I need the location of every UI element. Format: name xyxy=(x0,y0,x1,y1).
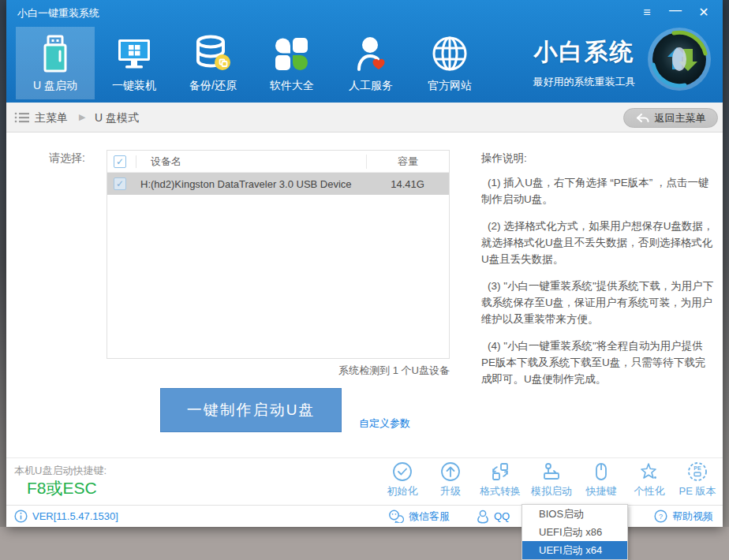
brand-name: 小白系统 xyxy=(523,36,645,69)
row-checkbox[interactable]: ✓ xyxy=(114,177,126,190)
tool-label: 模拟启动 xyxy=(531,484,572,498)
version-text: VER[11.5.47.1530] xyxy=(32,510,118,522)
column-capacity: 容量 xyxy=(366,155,449,169)
usb-toolbar: 初始化 升级 格式转换 xyxy=(383,461,716,498)
tool-pe-version[interactable]: PE PE 版本 xyxy=(679,461,716,498)
select-all-checkbox[interactable]: ✓ xyxy=(114,155,126,168)
upgrade-arrow-icon xyxy=(440,461,461,482)
app-window: 小白一键重装系统 ≡ — ✕ xyxy=(6,0,723,527)
desktop-edge-right xyxy=(723,0,729,527)
tool-simulate-boot[interactable]: 模拟启动 xyxy=(531,461,572,498)
breadcrumb: 主菜单 ▶ U 盘模式 返回主菜单 xyxy=(6,103,723,133)
pe-version-icon: PE xyxy=(687,461,708,482)
boot-mode-menu: BIOS启动 UEFI启动 x86 UEFI启动 x64 xyxy=(522,504,628,560)
menu-item-uefi-x64[interactable]: UEFI启动 x64 xyxy=(522,541,627,559)
nav-item-one-key-install[interactable]: 一键装机 xyxy=(95,27,174,99)
nav-label: 软件大全 xyxy=(270,79,314,93)
instruction-step: (2) 选择格式化方式，如果用户想保存U盘数据，就选择格式化U盘且不丢失数据，否… xyxy=(481,218,715,267)
tool-label: 快捷键 xyxy=(586,484,617,498)
joystick-icon xyxy=(541,461,562,482)
instructions-title: 操作说明: xyxy=(481,150,715,166)
tool-label: 升级 xyxy=(440,484,461,498)
minimize-icon[interactable]: — xyxy=(667,5,683,21)
back-button-label: 返回主菜单 xyxy=(655,111,706,125)
breadcrumb-current: U 盘模式 xyxy=(95,111,139,125)
window-title: 小白一键重装系统 xyxy=(17,6,99,21)
tool-upgrade[interactable]: 升级 xyxy=(432,461,469,498)
main-nav: U 盘启动 xyxy=(16,27,489,99)
wechat-support-link[interactable]: 微信客服 xyxy=(388,506,450,527)
instruction-step: (1) 插入U盘，右下角选择 “PE版本” ，点击一键制作启动U盘。 xyxy=(481,174,715,207)
instructions-panel: 操作说明: (1) 插入U盘，右下角选择 “PE版本” ，点击一键制作启动U盘。… xyxy=(481,150,715,398)
help-video-link[interactable]: ? 帮助视频 xyxy=(654,506,713,527)
menu-item-uefi-x86[interactable]: UEFI启动 x86 xyxy=(522,523,627,541)
tool-label: PE 版本 xyxy=(679,484,716,498)
instruction-step: (3) "小白一键重装系统"提供系统下载，为用户下载系统保存至U盘，保证用户有系… xyxy=(481,278,715,327)
tool-hotkey[interactable]: 快捷键 xyxy=(582,461,620,498)
nav-item-support[interactable]: 人工服务 xyxy=(331,27,410,99)
instruction-step: (4) "小白一键重装系统"将全程自动为用户提供PE版本下载及系统下载至U盘，只… xyxy=(481,338,715,387)
brand-tagline: 最好用的系统重装工具 xyxy=(523,75,645,89)
mouse-icon xyxy=(591,461,611,482)
tool-label: 格式转换 xyxy=(480,484,521,498)
tool-format-convert[interactable]: 格式转换 xyxy=(480,461,521,498)
nav-label: 人工服务 xyxy=(349,79,393,93)
nav-label: 备份/还原 xyxy=(189,79,237,93)
question-icon: ? xyxy=(654,510,667,523)
nav-label: U 盘启动 xyxy=(33,79,77,93)
monitor-icon xyxy=(114,33,155,74)
version-info: VER[11.5.47.1530] xyxy=(14,506,118,527)
help-label: 帮助视频 xyxy=(672,510,713,524)
breadcrumb-main-menu[interactable]: 主菜单 xyxy=(35,111,68,125)
globe-icon xyxy=(429,33,470,74)
back-arrow-icon xyxy=(636,114,649,123)
nav-item-official-site[interactable]: 官方网站 xyxy=(410,27,489,99)
nav-item-software-center[interactable]: 软件大全 xyxy=(252,27,331,99)
tool-initialize[interactable]: 初始化 xyxy=(383,461,421,498)
select-prompt-label: 请选择: xyxy=(49,151,85,166)
close-icon[interactable]: ✕ xyxy=(696,5,712,21)
desktop-background: 小白一键重装系统 ≡ — ✕ xyxy=(0,0,729,560)
tool-personalize[interactable]: 个性化 xyxy=(630,461,668,498)
wechat-label: 微信客服 xyxy=(409,510,450,524)
table-row[interactable]: ✓ H:(hd2)Kingston DataTraveler 3.0 USB D… xyxy=(107,173,449,195)
svg-text:PE: PE xyxy=(693,465,701,471)
window-controls: ≡ — ✕ xyxy=(639,5,712,21)
nav-label: 官方网站 xyxy=(428,79,472,93)
check-circle-icon xyxy=(392,461,413,482)
tool-label: 个性化 xyxy=(634,484,665,498)
custom-params-link[interactable]: 自定义参数 xyxy=(359,416,410,431)
svg-text:?: ? xyxy=(659,513,663,521)
nav-item-backup-restore[interactable]: 备份/还原 xyxy=(174,27,252,99)
qq-label: QQ xyxy=(494,510,510,522)
sparkle-icon xyxy=(639,461,660,482)
brand-block: 小白系统 最好用的系统重装工具 xyxy=(523,36,645,89)
list-menu-icon xyxy=(14,111,30,124)
recycle-arrows-logo xyxy=(645,25,713,93)
apps-grid-icon xyxy=(271,33,312,74)
app-header: 小白一键重装系统 ≡ — ✕ xyxy=(6,0,723,103)
wechat-icon xyxy=(388,510,404,523)
desktop-edge-left xyxy=(0,0,6,527)
make-boot-usb-button[interactable]: 一键制作启动U盘 xyxy=(160,388,342,432)
column-device-name: 设备名 xyxy=(136,155,366,169)
device-table: ✓ 设备名 容量 ✓ H:(hd2)Kingston DataTraveler … xyxy=(107,150,450,359)
usb-detect-summary: 系统检测到 1 个U盘设备 xyxy=(107,364,450,378)
hotkey-keys: F8或ESC xyxy=(27,477,97,499)
device-table-header: ✓ 设备名 容量 xyxy=(107,151,449,173)
menu-icon[interactable]: ≡ xyxy=(639,5,655,21)
qq-penguin-icon xyxy=(477,510,489,524)
nav-item-usb-boot[interactable]: U 盘启动 xyxy=(16,27,95,99)
menu-item-bios-boot[interactable]: BIOS启动 xyxy=(522,505,627,523)
database-backup-icon xyxy=(193,33,234,74)
info-icon xyxy=(14,510,28,523)
usb-drive-icon xyxy=(35,33,76,74)
capacity-cell: 14.41G xyxy=(366,178,449,190)
tool-label: 初始化 xyxy=(387,484,418,498)
back-to-main-menu-button[interactable]: 返回主菜单 xyxy=(623,108,718,128)
hotkey-label: 本机U盘启动快捷键: xyxy=(14,464,107,478)
device-name-cell: H:(hd2)Kingston DataTraveler 3.0 USB Dev… xyxy=(126,178,366,190)
nav-label: 一键装机 xyxy=(112,79,156,93)
bottom-bar: 本机U盘启动快捷键: F8或ESC 初始化 升级 xyxy=(6,457,723,505)
qq-support-link[interactable]: QQ xyxy=(477,506,510,527)
